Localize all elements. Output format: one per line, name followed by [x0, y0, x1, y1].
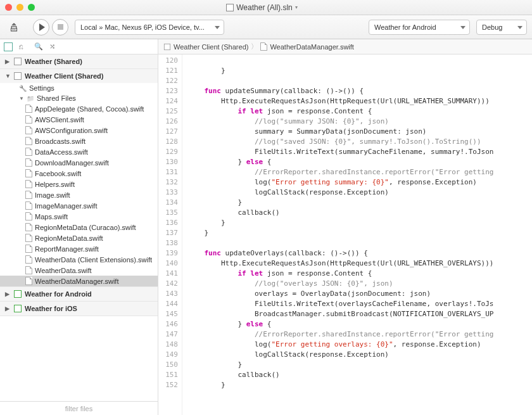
main-area: ⎌ 🔍 ⤭ ▶ Weather (Shared) ▼ Weather Clien… — [0, 39, 532, 415]
file-icon — [25, 169, 32, 177]
debug-selector[interactable]: Debug — [476, 20, 527, 35]
filter-input[interactable]: filter files — [0, 401, 158, 415]
file-icon — [25, 255, 32, 264]
run-button[interactable] — [33, 19, 49, 35]
close-icon[interactable] — [5, 4, 12, 11]
chevron-right-icon: 〉 — [251, 42, 258, 51]
project-icon — [164, 43, 170, 49]
file-icon — [25, 245, 32, 253]
crumb-project[interactable]: Weather Client (Shared) — [174, 43, 248, 51]
file-icon — [25, 277, 32, 285]
project-icon — [14, 58, 22, 65]
disclosure-icon: ▶ — [5, 58, 11, 65]
file-label: Maps.swift — [35, 213, 68, 220]
tree-item-file[interactable]: AppDelegate (Shared, Cocoa).swift — [0, 103, 158, 114]
item-label: Shared Files — [37, 94, 76, 102]
section-label: Weather Client (Shared) — [25, 72, 104, 80]
shuffle-icon[interactable]: ⤭ — [49, 42, 58, 51]
file-label: RegionMetaData (Curacao).swift — [35, 224, 136, 231]
section-label: Weather for iOS — [25, 305, 77, 312]
tree-item-file[interactable]: WeatherDataManager.swift — [0, 276, 158, 286]
disclosure-icon: ▶ — [5, 305, 11, 312]
disclosure-icon: ▼ — [5, 73, 11, 79]
file-icon — [25, 234, 32, 242]
tree-item-settings[interactable]: Settings — [0, 83, 158, 93]
svg-rect-1 — [13, 29, 14, 30]
section-label: Weather (Shared) — [25, 58, 82, 65]
file-label: Facebook.swift — [35, 170, 81, 177]
file-icon — [25, 180, 32, 188]
file-label: AWSConfiguration.swift — [35, 127, 108, 134]
section-weather-shared[interactable]: ▶ Weather (Shared) — [0, 54, 158, 68]
disclosure-icon: ▼ — [19, 96, 24, 101]
traffic-lights — [5, 4, 35, 11]
minimize-icon[interactable] — [16, 4, 23, 11]
file-icon — [25, 105, 32, 113]
config-selector[interactable]: Weather for Android — [369, 20, 470, 35]
tree-item-file[interactable]: Broadcasts.swift — [0, 136, 158, 146]
code-text[interactable]: } func updateSummary(callback: ()->()) {… — [182, 54, 532, 415]
file-icon — [25, 115, 32, 124]
tree-item-file[interactable]: Image.swift — [0, 189, 158, 200]
file-icon — [25, 126, 32, 134]
debug-label: Debug — [482, 23, 502, 31]
solution-icon — [226, 4, 234, 11]
section-weather-client[interactable]: ▼ Weather Client (Shared) — [0, 69, 158, 83]
project-tree[interactable]: ▶ Weather (Shared) ▼ Weather Client (Sha… — [0, 54, 158, 401]
hierarchy-icon[interactable]: ⎌ — [19, 42, 28, 51]
tree-item-file[interactable]: WeatherData (Client Extensions).swift — [0, 254, 158, 265]
file-label: RegionMetaData.swift — [35, 234, 103, 242]
filter-placeholder: filter files — [65, 405, 92, 412]
target-selector[interactable]: Local » Mac, Nexus 6P, iOS Device, tv... — [75, 20, 224, 35]
wrench-icon — [19, 84, 27, 92]
file-label: AWSClient.swift — [35, 116, 84, 124]
file-label: DownloadManager.swift — [35, 159, 109, 167]
section-weather-android[interactable]: ▶ Weather for Android — [0, 287, 158, 301]
file-icon — [25, 137, 32, 145]
stop-button[interactable] — [52, 19, 68, 35]
breadcrumb: Weather Client (Shared) 〉 WeatherDataMan… — [158, 39, 532, 54]
file-label: AppDelegate (Shared, Cocoa).swift — [35, 105, 144, 113]
maximize-icon[interactable] — [28, 4, 35, 11]
layout-icon[interactable] — [4, 42, 13, 51]
tree-item-file[interactable]: AWSConfiguration.swift — [0, 125, 158, 136]
svg-rect-2 — [15, 29, 16, 30]
file-icon — [260, 42, 267, 51]
tree-item-file[interactable]: WeatherData.swift — [0, 265, 158, 276]
chevron-down-icon[interactable]: ▾ — [295, 4, 298, 10]
toolbar: Local » Mac, Nexus 6P, iOS Device, tv...… — [0, 15, 532, 39]
file-label: ImageManager.swift — [35, 202, 97, 210]
file-label: WeatherData (Client Extensions).swift — [35, 256, 152, 264]
config-label: Weather for Android — [374, 23, 436, 31]
tree-item-file[interactable]: Maps.swift — [0, 211, 158, 222]
file-label: WeatherData.swift — [35, 267, 92, 274]
crumb-file[interactable]: WeatherDataManager.swift — [270, 43, 353, 51]
project-icon — [14, 290, 22, 298]
build-button[interactable] — [5, 18, 23, 36]
editor: Weather Client (Shared) 〉 WeatherDataMan… — [158, 39, 532, 415]
tree-item-file[interactable]: RegionMetaData (Curacao).swift — [0, 222, 158, 233]
tree-item-file[interactable]: AWSClient.swift — [0, 114, 158, 125]
tree-item-shared-files[interactable]: ▼ Shared Files — [0, 93, 158, 103]
file-icon — [25, 266, 32, 274]
code-area[interactable]: 120 121 122 123 124 125 126 127 128 129 … — [158, 54, 532, 415]
tree-item-file[interactable]: Facebook.swift — [0, 168, 158, 179]
window-titlebar: Weather (All).sln ▾ — [0, 0, 532, 15]
tree-item-file[interactable]: Helpers.swift — [0, 179, 158, 189]
file-label: Broadcasts.swift — [35, 137, 86, 145]
section-weather-ios[interactable]: ▶ Weather for iOS — [0, 302, 158, 316]
tree-item-file[interactable]: ReportManager.swift — [0, 243, 158, 254]
file-icon — [25, 212, 32, 220]
tree-item-file[interactable]: DataAccess.swift — [0, 146, 158, 157]
tree-item-file[interactable]: RegionMetaData.swift — [0, 233, 158, 243]
file-icon — [25, 223, 32, 231]
search-icon[interactable]: 🔍 — [34, 42, 43, 51]
line-gutter: 120 121 122 123 124 125 126 127 128 129 … — [158, 54, 182, 415]
target-label: Local » Mac, Nexus 6P, iOS Device, tv... — [80, 23, 205, 31]
run-controls — [33, 19, 68, 35]
file-label: WeatherDataManager.swift — [35, 278, 118, 285]
folder-icon — [27, 94, 34, 102]
tree-item-file[interactable]: DownloadManager.swift — [0, 157, 158, 168]
window-title: Weather (All).sln ▾ — [35, 3, 489, 12]
tree-item-file[interactable]: ImageManager.swift — [0, 200, 158, 211]
